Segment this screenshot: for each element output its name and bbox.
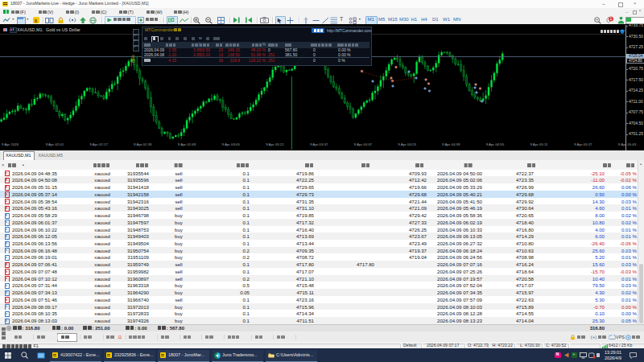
svg-text:1: 1 [610, 16, 613, 21]
